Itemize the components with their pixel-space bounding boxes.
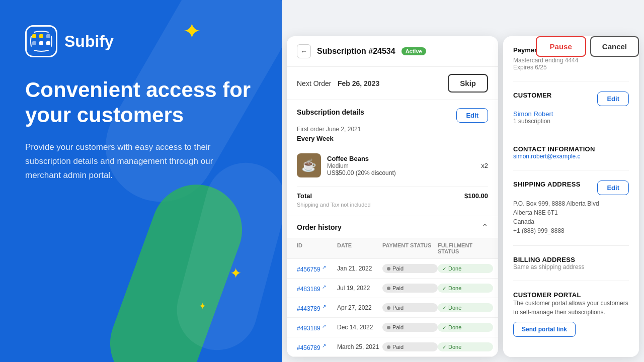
product-info: Coffee Beans Medium US$50.00 (20% discou… xyxy=(327,155,475,176)
payment-status-badge: Paid xyxy=(382,342,438,351)
order-id[interactable]: #443789 ↗ xyxy=(297,304,337,312)
total-label: Total xyxy=(297,192,312,200)
next-order-info: Next Order Feb 26, 2023 xyxy=(297,79,379,88)
table-row: #456789 ↗ March 25, 2021 Paid Done xyxy=(287,337,498,357)
frequency-text: Every Week xyxy=(297,135,488,142)
customer-section-header: Customer Edit xyxy=(513,92,629,106)
sidebar-card: Payment Method Mastercard ending 4444 Ex… xyxy=(503,36,639,357)
product-name: Coffee Beans xyxy=(327,155,475,162)
fulfillment-status-badge: Done xyxy=(438,342,493,351)
subscription-details-section: Subscription details Edit First order Ju… xyxy=(287,100,498,216)
product-row: ☕ Coffee Beans Medium US$50.00 (20% disc… xyxy=(297,148,488,183)
svg-rect-4 xyxy=(39,41,43,45)
col-id: ID xyxy=(297,242,337,254)
order-date: Dec 14, 2022 xyxy=(337,324,382,331)
subscription-details-header: Subscription details Edit xyxy=(297,108,488,123)
send-portal-link-button[interactable]: Send portal link xyxy=(513,322,576,337)
order-date: March 25, 2021 xyxy=(337,343,382,350)
order-table: ID Date Payment Status Fulfilment Status… xyxy=(287,238,498,357)
pause-button[interactable]: Pause xyxy=(536,36,586,57)
shipping-section-title: SHIPPING ADDRESS xyxy=(513,180,581,188)
shipping-section: SHIPPING ADDRESS Edit P.O. Box 999, 8888… xyxy=(513,180,629,246)
product-quantity: x2 xyxy=(481,162,488,169)
svg-rect-2 xyxy=(46,34,50,38)
svg-rect-5 xyxy=(46,41,50,45)
subscription-title: Subscription #24534 xyxy=(317,47,395,56)
order-id[interactable]: #456759 ↗ xyxy=(297,264,337,273)
svg-rect-1 xyxy=(39,34,43,38)
cancel-button[interactable]: Cancel xyxy=(590,36,639,57)
fulfillment-status-badge: Done xyxy=(438,284,493,293)
edit-shipping-button[interactable]: Edit xyxy=(597,180,629,195)
billing-section: BILLING ADDRESS Same as shipping address xyxy=(513,256,629,281)
card-line: Mastercard ending 4444 xyxy=(513,57,629,64)
billing-note: Same as shipping address xyxy=(513,263,629,270)
product-image: ☕ xyxy=(297,153,321,177)
billing-section-title: BILLING ADDRESS xyxy=(513,256,629,263)
contact-section-title: CONTACT INFORMATION xyxy=(513,145,629,153)
col-payment: Payment Status xyxy=(382,242,438,254)
svg-rect-3 xyxy=(32,41,36,45)
subscription-details-title: Subscription details xyxy=(297,108,364,116)
col-fulfillment: Fulfilment Status xyxy=(438,242,493,254)
table-row: #443789 ↗ Apr 27, 2022 Paid Done xyxy=(287,298,498,318)
order-history-section: Order history ⌃ ID Date Payment Status F… xyxy=(287,216,498,357)
logo-area: Subify xyxy=(25,25,257,57)
shipping-section-header: SHIPPING ADDRESS Edit xyxy=(513,180,629,195)
order-history-header: Order history ⌃ xyxy=(287,216,498,238)
col-date: Date xyxy=(337,242,382,254)
next-order-bar: Next Order Feb 26, 2023 Skip xyxy=(287,67,498,100)
left-panel: Subify ✦ Convenient access for your cust… xyxy=(0,0,282,362)
hero-heading: Convenient access for your customers xyxy=(25,77,257,128)
fulfillment-status-badge: Done xyxy=(438,323,493,332)
order-date: Jan 21, 2022 xyxy=(337,265,382,272)
customer-section-title: Customer xyxy=(513,92,552,99)
contact-section: CONTACT INFORMATION simon.robert@example… xyxy=(513,145,629,170)
subscription-header: ← Subscription #24534 Active xyxy=(287,36,498,67)
top-buttons: Pause Cancel xyxy=(536,36,639,57)
portal-section: Customer portal The customer portal allo… xyxy=(513,291,629,347)
product-variant: Medium xyxy=(327,162,475,169)
edit-subscription-button[interactable]: Edit xyxy=(456,108,488,123)
star-small-icon: ✦ xyxy=(199,301,206,312)
order-id[interactable]: #483189 ↗ xyxy=(297,284,337,293)
next-order-date: Feb 26, 2023 xyxy=(338,79,379,87)
collapse-icon[interactable]: ⌃ xyxy=(481,222,488,232)
status-badge: Active xyxy=(401,47,426,55)
tax-note: Shipping and Tax not included xyxy=(297,202,488,208)
portal-description: The customer portal allows your customer… xyxy=(513,299,629,317)
product-price: US$50.00 (20% discount) xyxy=(327,169,475,176)
svg-rect-0 xyxy=(32,34,36,38)
payment-status-badge: Paid xyxy=(382,284,438,293)
total-row: Total $100.00 xyxy=(297,187,488,202)
star-large-icon: ✦ xyxy=(183,20,201,42)
skip-button[interactable]: Skip xyxy=(448,74,488,93)
logo-icon xyxy=(25,25,57,57)
subscription-card: ← Subscription #24534 Active Next Order … xyxy=(287,36,498,357)
portal-section-title: Customer portal xyxy=(513,291,629,299)
first-order-text: First order June 2, 2021 xyxy=(297,126,488,133)
payment-status-badge: Paid xyxy=(382,323,438,332)
customer-subscription-count: 1 subscription xyxy=(513,118,629,125)
next-order-label: Next Order xyxy=(297,79,331,87)
table-row: #456759 ↗ Jan 21, 2022 Paid Done xyxy=(287,259,498,279)
customer-section: Customer Edit Simon Robert 1 subscriptio… xyxy=(513,92,629,135)
table-row: #493189 ↗ Dec 14, 2022 Paid Done xyxy=(287,318,498,337)
order-id[interactable]: #456789 ↗ xyxy=(297,343,337,351)
table-row: #483189 ↗ Jul 19, 2022 Paid Done xyxy=(287,279,498,298)
order-history-title: Order history xyxy=(297,223,342,231)
edit-customer-button[interactable]: Edit xyxy=(597,92,629,106)
order-table-header: ID Date Payment Status Fulfilment Status xyxy=(287,238,498,259)
customer-name[interactable]: Simon Robert xyxy=(513,110,629,118)
order-date: Jul 19, 2022 xyxy=(337,285,382,292)
contact-email[interactable]: simon.robert@example.c xyxy=(513,153,629,160)
fulfillment-status-badge: Done xyxy=(438,264,493,273)
fulfillment-status-badge: Done xyxy=(438,303,493,312)
order-id[interactable]: #493189 ↗ xyxy=(297,323,337,332)
payment-status-badge: Paid xyxy=(382,264,438,273)
back-button[interactable]: ← xyxy=(297,44,311,58)
star-medium-icon: ✦ xyxy=(230,265,242,282)
shipping-address: P.O. Box 999, 8888 Alberta BlvdAlberta N… xyxy=(513,199,629,235)
order-date: Apr 27, 2022 xyxy=(337,304,382,311)
logo-text: Subify xyxy=(64,32,114,51)
